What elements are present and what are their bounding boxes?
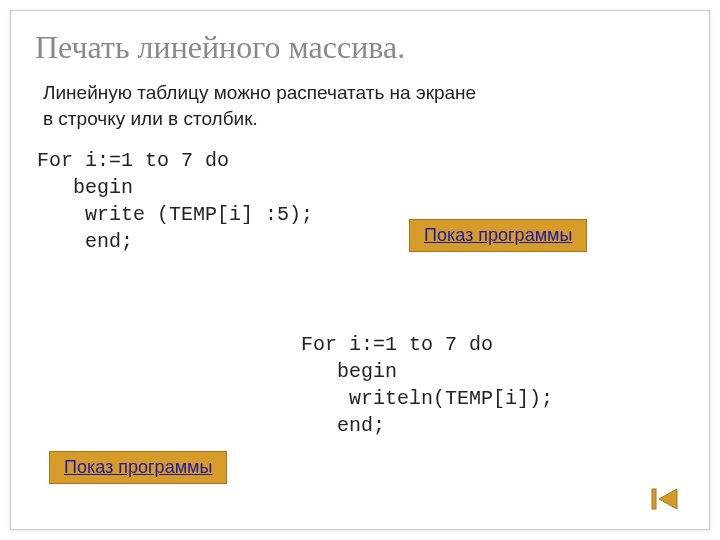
subtitle: Линейную таблицу можно распечатать на эк… — [43, 80, 685, 131]
show-program-button-2[interactable]: Показ программы — [49, 451, 227, 484]
slide-title: Печать линейного массива. — [35, 29, 685, 66]
slide-container: Печать линейного массива. Линейную табли… — [10, 10, 710, 530]
subtitle-line2: в строчку или в столбик. — [43, 108, 258, 129]
back-icon[interactable] — [651, 487, 679, 511]
code-block-writeln: For i:=1 to 7 do begin writeln(TEMP[i]);… — [301, 331, 553, 439]
show-program-button-1[interactable]: Показ программы — [409, 219, 587, 252]
code-block-write: For i:=1 to 7 do begin write (TEMP[i] :5… — [37, 147, 685, 255]
subtitle-line1: Линейную таблицу можно распечатать на эк… — [43, 82, 476, 103]
svg-rect-0 — [652, 489, 656, 509]
svg-marker-1 — [659, 489, 677, 509]
